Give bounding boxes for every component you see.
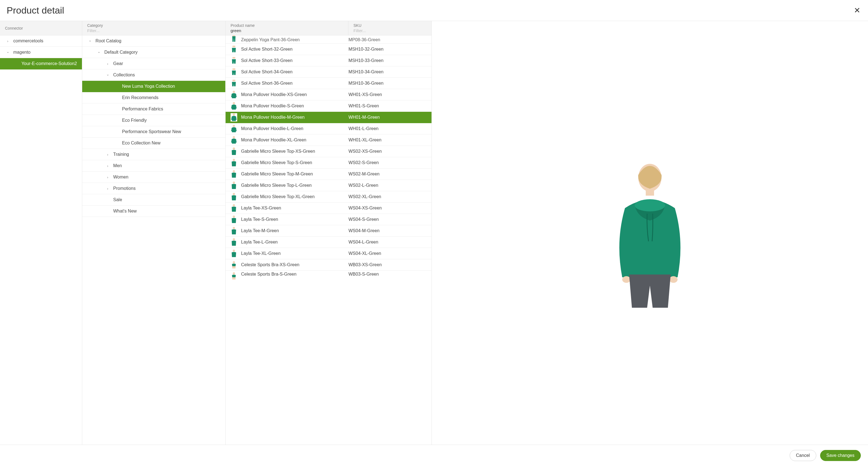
product-name: Mona Pullover Hoodlie-S-Green <box>241 103 348 108</box>
product-row[interactable]: Mona Pullover Hoodlie-L-GreenWH01-L-Gree… <box>225 123 432 134</box>
product-name: Mona Pullover Hoodlie-M-Green <box>241 115 348 120</box>
category-item[interactable]: Eco Friendly <box>82 115 225 126</box>
sku-label: SKU <box>353 23 427 28</box>
svg-point-5 <box>233 91 235 93</box>
dialog-footer: Cancel Save changes <box>0 445 868 466</box>
category-item[interactable]: Eco Collection New <box>82 137 225 149</box>
product-sku: WS04-L-Green <box>348 240 427 245</box>
svg-point-6 <box>233 102 235 104</box>
product-row[interactable]: Layla Tee-L-GreenWS04-L-Green <box>225 237 432 248</box>
category-item[interactable]: ›Women <box>82 172 225 183</box>
category-item[interactable]: Erin Recommends <box>82 92 225 103</box>
category-item-label: Default Category <box>104 50 137 55</box>
product-thumb-icon <box>230 68 237 76</box>
category-item[interactable]: What's New <box>82 206 225 217</box>
product-sku: WS02-XL-Green <box>348 194 427 199</box>
product-row[interactable]: Layla Tee-XS-GreenWS04-XS-Green <box>225 203 432 214</box>
category-item[interactable]: New Luma Yoga Collection <box>82 81 225 92</box>
product-name-label: Product name <box>230 23 343 28</box>
svg-rect-3 <box>232 68 235 70</box>
category-column-label: Category <box>87 23 220 28</box>
product-row[interactable]: Sol Active Short-36-GreenMSH10-36-Green <box>225 78 432 89</box>
category-item-label: New Luma Yoga Collection <box>122 84 175 89</box>
sku-filter-input[interactable] <box>353 28 427 33</box>
product-sku: WH01-M-Green <box>348 115 427 120</box>
svg-point-20 <box>233 250 235 252</box>
close-button[interactable]: ✕ <box>852 6 861 15</box>
category-item[interactable]: ⌄Root Catalog <box>82 35 225 47</box>
preview-panel <box>432 21 868 445</box>
product-thumb-icon <box>230 91 237 99</box>
category-item[interactable]: Sale <box>82 194 225 206</box>
product-row[interactable]: Sol Active Short-32-GreenMSH10-32-Green <box>225 44 432 55</box>
category-column: Category ⌄Root Catalog⌄Default Category›… <box>82 21 225 445</box>
product-thumb-icon <box>230 249 237 258</box>
svg-point-12 <box>233 159 235 161</box>
product-row[interactable]: Zeppelin Yoga Pant-36-GreenMP08-36-Green <box>225 35 432 44</box>
chevron-down-icon: ⌄ <box>5 50 10 54</box>
product-thumb-icon <box>230 35 237 42</box>
product-row[interactable]: Mona Pullover Hoodlie-S-GreenWH01-S-Gree… <box>225 100 432 112</box>
product-sku: MSH10-36-Green <box>348 81 427 86</box>
category-item-label: Eco Friendly <box>122 118 147 123</box>
product-name-filter-input[interactable] <box>230 28 343 33</box>
product-name: Mona Pullover Hoodlie-XL-Green <box>241 137 348 143</box>
cancel-button[interactable]: Cancel <box>790 450 816 461</box>
category-item[interactable]: ⌄Collections <box>82 69 225 81</box>
connector-column-label: Connector <box>5 26 77 30</box>
product-row[interactable]: Layla Tee-XL-GreenWS04-XL-Green <box>225 248 432 259</box>
product-row[interactable]: Layla Tee-M-GreenWS04-M-Green <box>225 225 432 237</box>
product-name: Zeppelin Yoga Pant-36-Green <box>241 37 348 42</box>
product-row[interactable]: Gabrielle Micro Sleeve Top-XS-GreenWS02-… <box>225 146 432 157</box>
main-content: Connector ›commercetools⌄magentoYour-E-c… <box>0 21 868 445</box>
product-thumb-icon <box>230 204 237 212</box>
product-sku: WH01-S-Green <box>348 103 427 108</box>
product-row[interactable]: Celeste Sports Bra-XS-GreenWB03-XS-Green <box>225 259 432 271</box>
category-item[interactable]: ›Men <box>82 160 225 172</box>
category-item-label: Eco Collection New <box>122 141 160 146</box>
connector-item[interactable]: ›commercetools <box>0 35 82 47</box>
connector-list: ›commercetools⌄magentoYour-E-commerce-So… <box>0 35 82 445</box>
category-item-label: Root Catalog <box>95 38 121 43</box>
category-item[interactable]: Performance Sportswear New <box>82 126 225 137</box>
product-list[interactable]: Zeppelin Yoga Pant-36-GreenMP08-36-Green… <box>225 35 432 445</box>
category-filter-input[interactable] <box>87 28 220 33</box>
product-thumb-icon <box>230 193 237 201</box>
product-thumb-icon <box>230 102 237 110</box>
connector-item[interactable]: ⌄magento <box>0 47 82 58</box>
category-item[interactable]: ›Training <box>82 149 225 160</box>
product-sku: WB03-S-Green <box>348 272 427 277</box>
category-item[interactable]: ›Gear <box>82 58 225 69</box>
product-name: Gabrielle Micro Sleeve Top-XS-Green <box>241 149 348 154</box>
product-sku: WH01-XS-Green <box>348 92 427 97</box>
category-item[interactable]: Performance Fabrics <box>82 103 225 115</box>
product-row[interactable]: Gabrielle Micro Sleeve Top-M-GreenWS02-M… <box>225 168 432 180</box>
connector-item-label: commercetools <box>13 38 43 43</box>
connector-item[interactable]: Your-E-commerce-Solution2 <box>0 58 82 69</box>
svg-point-17 <box>233 216 235 218</box>
product-thumb-icon <box>230 136 237 144</box>
save-changes-button[interactable]: Save changes <box>820 450 861 461</box>
category-item[interactable]: ›Promotions <box>82 183 225 194</box>
product-row[interactable]: Mona Pullover Hoodlie-M-GreenWH01-M-Gree… <box>225 112 432 123</box>
product-name: Layla Tee-XL-Green <box>241 251 348 256</box>
category-item[interactable]: ⌄Default Category <box>82 47 225 58</box>
product-row[interactable]: Gabrielle Micro Sleeve Top-S-GreenWS02-S… <box>225 157 432 168</box>
svg-point-18 <box>233 227 235 229</box>
product-row[interactable]: Sol Active Short-33-GreenMSH10-33-Green <box>225 55 432 66</box>
product-name: Mona Pullover Hoodlie-XS-Green <box>241 92 348 97</box>
product-row[interactable]: Layla Tee-S-GreenWS04-S-Green <box>225 214 432 225</box>
product-row[interactable]: Sol Active Short-34-GreenMSH10-34-Green <box>225 66 432 78</box>
product-row[interactable]: Gabrielle Micro Sleeve Top-XL-GreenWS02-… <box>225 191 432 203</box>
product-row[interactable]: Gabrielle Micro Sleeve Top-L-GreenWS02-L… <box>225 180 432 191</box>
chevron-right-icon: › <box>105 175 111 179</box>
product-row[interactable]: Mona Pullover Hoodlie-XL-GreenWH01-XL-Gr… <box>225 134 432 146</box>
product-sku: WS04-M-Green <box>348 228 427 233</box>
category-item-label: Training <box>113 152 129 157</box>
product-row[interactable]: Mona Pullover Hoodlie-XS-GreenWH01-XS-Gr… <box>225 89 432 100</box>
product-row[interactable]: Celeste Sports Bra-S-GreenWB03-S-Green <box>225 271 432 280</box>
product-thumb-icon <box>230 272 237 280</box>
product-sku: WS02-XS-Green <box>348 149 427 154</box>
product-name: Layla Tee-XS-Green <box>241 206 348 211</box>
category-tree: ⌄Root Catalog⌄Default Category›Gear⌄Coll… <box>82 35 225 445</box>
